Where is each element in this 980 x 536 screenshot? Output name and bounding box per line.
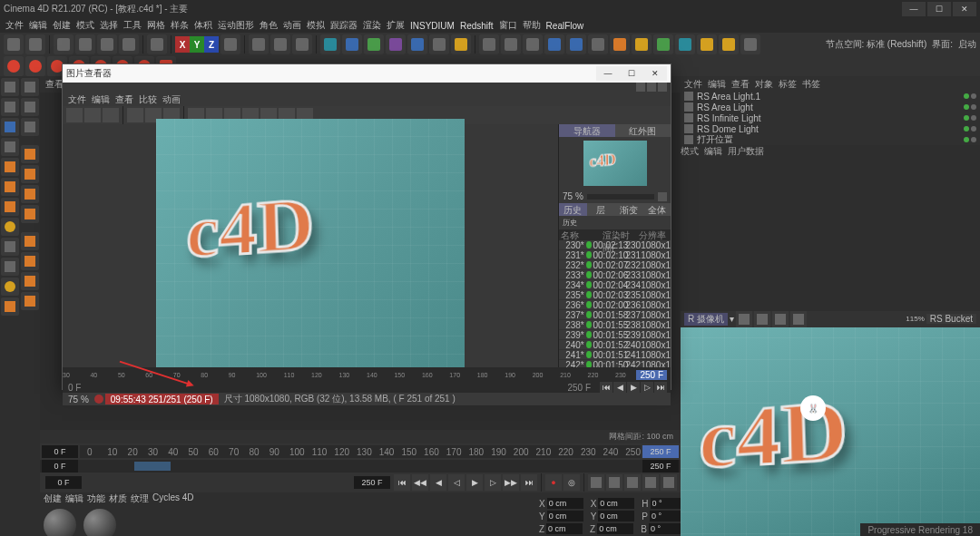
misc1-button[interactable] [479, 34, 499, 54]
poly-mode-icon[interactable] [1, 198, 19, 216]
main-timeline-ruler[interactable]: 0 F 010203040506070809010011012013014015… [40, 443, 681, 460]
size-x[interactable] [598, 498, 634, 509]
edge-mode-icon[interactable] [1, 178, 19, 196]
pv-history-row[interactable]: 236*00:02:002361080x1 [559, 300, 671, 310]
live-select-button[interactable] [54, 34, 74, 54]
menu-样条[interactable]: 样条 [171, 19, 189, 32]
key-rot-icon[interactable] [624, 474, 641, 491]
pv-dock3-icon[interactable] [658, 83, 667, 92]
pv-side-tab2[interactable]: 全体 [642, 203, 671, 216]
timeline-cur[interactable]: 250 F [642, 445, 679, 458]
play-icon[interactable]: ▶ [466, 474, 483, 491]
pv-history-row[interactable]: 238*00:01:552381080x1 [559, 320, 671, 330]
generator-button[interactable] [364, 34, 384, 54]
menu-角色[interactable]: 角色 [260, 19, 278, 32]
misc3-button[interactable] [523, 34, 543, 54]
pv-side-tab[interactable]: 红外图 [615, 124, 671, 137]
key-pla-icon[interactable] [661, 474, 677, 491]
pos-y[interactable] [547, 511, 583, 521]
menu-运动图形[interactable]: 运动图形 [218, 19, 254, 32]
primitive-cube-button[interactable] [320, 34, 340, 54]
obj-tab[interactable]: 查看 [731, 78, 750, 91]
menu-渲染[interactable]: 渲染 [363, 19, 381, 32]
spline-button[interactable] [342, 34, 362, 54]
misc13-button[interactable] [740, 34, 760, 54]
rec-key-icon[interactable]: ● [545, 474, 562, 491]
timeline-end[interactable]: 250 F [642, 460, 679, 473]
menu-模式[interactable]: 模式 [76, 19, 94, 32]
camera-button[interactable] [429, 34, 449, 54]
pv-next-icon[interactable]: ▷ [641, 382, 653, 393]
pv-close-button[interactable]: ✕ [643, 66, 667, 81]
pv-history-row[interactable]: 234*00:02:042341080x1 [559, 280, 671, 290]
recent-tool-button[interactable] [147, 34, 167, 54]
pv-dock2-icon[interactable] [647, 83, 656, 92]
rv-btn2[interactable] [754, 311, 770, 327]
lt2-1[interactable] [21, 78, 39, 96]
render-view-button[interactable] [249, 34, 269, 54]
pv-tb3[interactable] [103, 108, 119, 122]
pv-play-icon[interactable]: ▶ [627, 382, 640, 393]
pv-titlebar[interactable]: 图片查看器 — ☐ ✕ [63, 64, 671, 83]
rview-mode-dd[interactable]: RS Bucket [926, 314, 976, 324]
timeline-track[interactable]: 0 F 250 F [40, 460, 681, 473]
menu-帮助[interactable]: 帮助 [523, 19, 541, 32]
object-row[interactable]: RS Area Light.1 [684, 91, 976, 102]
pv-history-row[interactable]: 241*00:01:512411080x1 [559, 350, 671, 360]
misc6-button[interactable] [588, 34, 608, 54]
undo-button[interactable] [4, 34, 24, 54]
layout-dd[interactable]: 启动 [958, 38, 976, 51]
misc4-button[interactable] [544, 34, 564, 54]
pos-z[interactable] [546, 523, 583, 534]
rview-cam-dd[interactable]: R 摄像机 [684, 313, 728, 326]
menu-Redshift[interactable]: Redshift [460, 21, 494, 31]
mat-tab[interactable]: Cycles 4D [152, 492, 194, 505]
timeline-start2[interactable]: 0 F [42, 460, 78, 473]
pv-history-row[interactable]: 232*00:02:072321080x1 [559, 260, 671, 270]
pv-side-tab2[interactable]: 历史 [559, 203, 587, 216]
pv-history-row[interactable]: 235*00:02:032351080x1 [559, 290, 671, 300]
lt2-6[interactable] [21, 185, 39, 203]
solo2-icon[interactable] [1, 278, 19, 296]
menu-工具[interactable]: 工具 [123, 19, 142, 32]
coord-sys-button[interactable] [220, 34, 240, 54]
menu-编辑[interactable]: 编辑 [29, 19, 47, 32]
misc5-button[interactable] [566, 34, 586, 54]
pv-zoom-slider[interactable] [587, 194, 654, 200]
pv-zoom-label[interactable]: 75 % [63, 395, 94, 404]
pv-prev-icon[interactable]: ◀ [613, 382, 626, 393]
pv-side-tab2[interactable]: 渐变 [615, 203, 643, 216]
lt2-3[interactable] [21, 118, 39, 136]
pv-history-row[interactable]: 239*00:01:552391080x1 [559, 330, 671, 340]
pv-history-row[interactable]: 230*00:02:132301080x1 [559, 240, 671, 250]
pv-image-area[interactable]: c4D [63, 124, 558, 367]
menu-模拟[interactable]: 模拟 [307, 19, 325, 32]
obj-tab[interactable]: 编辑 [708, 78, 726, 91]
attr-tab[interactable]: 用户数据 [728, 145, 764, 158]
axis-icon[interactable] [1, 238, 19, 256]
pv-menu-item[interactable]: 查看 [115, 93, 133, 106]
misc12-button[interactable] [719, 34, 739, 54]
pv-ruler-current[interactable]: 250 F [636, 370, 667, 380]
snap-icon[interactable] [1, 258, 19, 276]
obj-tab[interactable]: 对象 [755, 78, 773, 91]
lt2-9[interactable] [21, 252, 39, 270]
maximize-button[interactable]: ☐ [927, 2, 951, 16]
mat-tab[interactable]: 纹理 [131, 492, 149, 505]
prim2[interactable] [25, 56, 45, 76]
prev-frame-icon[interactable]: ◀ [430, 474, 446, 491]
render-settings-button[interactable] [292, 34, 312, 54]
pv-min-button[interactable]: — [596, 66, 620, 81]
menu-INSYDIUM[interactable]: INSYDIUM [410, 21, 455, 31]
lt2-2[interactable] [21, 98, 39, 116]
lt2-8[interactable] [21, 232, 39, 250]
misc11-button[interactable] [697, 34, 717, 54]
point-mode-icon[interactable] [1, 158, 19, 176]
xyz-toggle[interactable]: XYZ [175, 36, 219, 53]
pv-tb2[interactable] [84, 108, 101, 122]
workplane-icon[interactable] [1, 138, 19, 156]
next-frame-icon[interactable]: ▷ [485, 474, 501, 491]
misc7-button[interactable] [610, 34, 630, 54]
mat-tab[interactable]: 材质 [109, 492, 127, 505]
pv-menu-item[interactable]: 文件 [68, 93, 86, 106]
